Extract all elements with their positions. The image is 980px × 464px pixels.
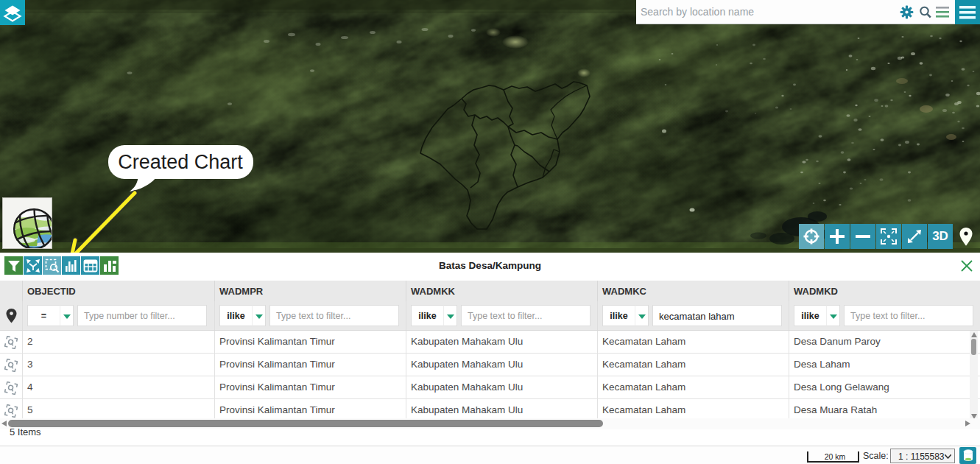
svg-text:20 km: 20 km bbox=[825, 452, 846, 461]
svg-text:Created Chart: Created Chart bbox=[118, 151, 243, 173]
